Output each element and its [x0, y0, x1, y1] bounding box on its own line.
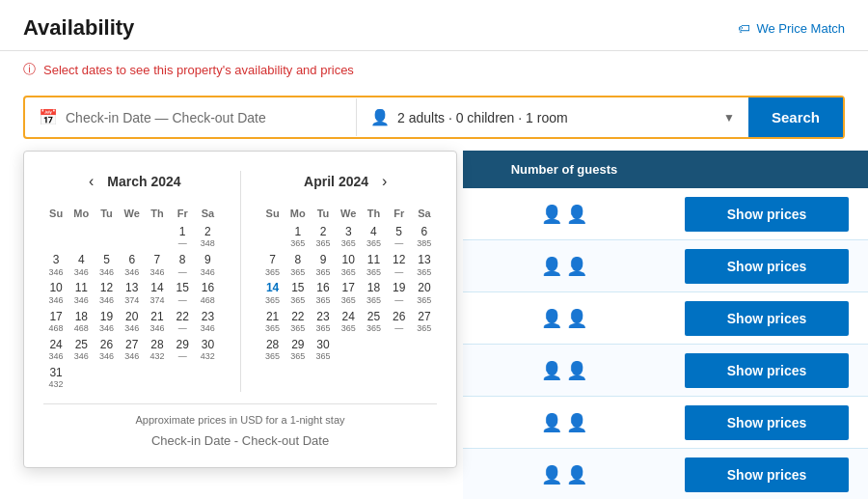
- guest-icon: 👤: [566, 204, 587, 225]
- table-row: 👤👤Show prices: [463, 240, 868, 292]
- next-month-button[interactable]: ›: [376, 171, 393, 192]
- cal-day-cell[interactable]: 23365: [311, 308, 336, 336]
- cal-day-cell[interactable]: 23346: [195, 308, 220, 336]
- cal-day-cell[interactable]: 30432: [195, 336, 220, 364]
- cal-day-cell: [68, 364, 94, 392]
- cal-day-cell[interactable]: 19—: [387, 279, 412, 307]
- cal-day-cell[interactable]: 16365: [311, 279, 336, 307]
- show-prices-button[interactable]: Show prices: [685, 197, 849, 232]
- cal-day-cell[interactable]: 12—: [387, 251, 412, 279]
- cal-day-cell[interactable]: 5346: [94, 251, 119, 279]
- day-header-sa: Sa: [195, 204, 220, 223]
- cal-day-cell[interactable]: 10365: [336, 251, 361, 279]
- guest-icon: 👤: [541, 464, 562, 485]
- search-button[interactable]: Search: [748, 97, 843, 137]
- cal-day-cell: [412, 336, 437, 364]
- cal-day-cell[interactable]: 14365: [260, 279, 285, 307]
- cal-day-cell[interactable]: 18365: [361, 279, 386, 307]
- cal-day-cell[interactable]: 25365: [361, 308, 386, 336]
- cal-day-cell[interactable]: 9346: [195, 251, 220, 279]
- cal-day-cell[interactable]: 8—: [170, 251, 195, 279]
- guest-cell: 👤👤: [463, 300, 665, 337]
- cal-day-cell[interactable]: 11365: [361, 251, 386, 279]
- cal-day-cell[interactable]: 24365: [336, 308, 361, 336]
- table-row: 👤👤Show prices: [463, 449, 868, 499]
- cal-day-cell[interactable]: 26346: [94, 336, 119, 364]
- day-header-mo: Mo: [68, 204, 94, 223]
- cal-day-cell[interactable]: 26—: [387, 308, 412, 336]
- show-prices-button[interactable]: Show prices: [685, 249, 849, 284]
- cal-day-cell[interactable]: 5—: [387, 223, 412, 251]
- cal-day-cell[interactable]: 3346: [43, 251, 68, 279]
- cal-day-cell[interactable]: 6385: [412, 223, 437, 251]
- cal-day-cell[interactable]: 2348: [195, 223, 220, 251]
- march-days-grid: 1—2348334643465346634673468—934610346113…: [43, 223, 221, 392]
- alert-icon: ⓘ: [23, 61, 36, 78]
- page-title: Availability: [23, 15, 134, 41]
- cal-day-cell[interactable]: 14374: [145, 279, 170, 307]
- price-cell: Show prices: [665, 450, 868, 500]
- cal-day-cell[interactable]: 22—: [170, 308, 195, 336]
- price-cell: Show prices: [665, 189, 868, 239]
- cal-day-cell[interactable]: 21365: [260, 308, 285, 336]
- cal-day-cell[interactable]: 15—: [170, 279, 195, 307]
- cal-day-cell[interactable]: 15365: [285, 279, 311, 307]
- cal-day-cell[interactable]: 29365: [285, 336, 311, 364]
- cal-day-cell[interactable]: 31432: [43, 364, 68, 392]
- cal-day-cell[interactable]: 6346: [120, 251, 145, 279]
- guests-input[interactable]: 👤 2 adults · 0 children · 1 room ▼: [357, 98, 748, 136]
- page: Availability 🏷 We Price Match ⓘ Select d…: [0, 0, 868, 499]
- cal-day-cell[interactable]: 17468: [43, 308, 68, 336]
- guest-cell: 👤👤: [463, 404, 665, 441]
- cal-day-cell[interactable]: 27365: [412, 308, 437, 336]
- cal-day-cell[interactable]: 28365: [260, 336, 285, 364]
- cal-day-cell[interactable]: 11346: [68, 279, 94, 307]
- cal-day-cell[interactable]: 13374: [120, 279, 145, 307]
- cal-day-cell[interactable]: 1—: [170, 223, 195, 251]
- col-header-price: [665, 151, 868, 188]
- cal-day-cell[interactable]: 30365: [311, 336, 336, 364]
- show-prices-button[interactable]: Show prices: [685, 353, 849, 388]
- show-prices-button[interactable]: Show prices: [685, 405, 849, 440]
- cal-day-cell[interactable]: 12346: [94, 279, 119, 307]
- cal-day-cell: [361, 336, 386, 364]
- cal-day-cell[interactable]: 19346: [94, 308, 119, 336]
- cal-day-cell[interactable]: 24346: [43, 336, 68, 364]
- cal-day-cell[interactable]: 22365: [285, 308, 311, 336]
- april-grid: Su Mo Tu We Th Fr Sa: [260, 204, 438, 223]
- show-prices-button[interactable]: Show prices: [685, 457, 849, 492]
- cal-day-cell[interactable]: 20346: [120, 308, 145, 336]
- price-match-link[interactable]: 🏷 We Price Match: [738, 21, 845, 36]
- cal-day-cell[interactable]: 13365: [412, 251, 437, 279]
- guest-cell: 👤👤: [463, 248, 665, 285]
- prev-month-button[interactable]: ‹: [83, 171, 99, 192]
- day-header-fr: Fr: [170, 204, 195, 223]
- guest-icon: 👤: [566, 412, 587, 433]
- cal-day-cell[interactable]: 2365: [311, 223, 336, 251]
- cal-day-cell[interactable]: 17365: [336, 279, 361, 307]
- person-icon: 👤: [370, 108, 390, 126]
- cal-day-cell[interactable]: 28432: [145, 336, 170, 364]
- cal-day-cell[interactable]: 10346: [43, 279, 68, 307]
- cal-day-cell[interactable]: 16468: [195, 279, 220, 307]
- date-input[interactable]: 📅 Check-in Date — Check-out Date: [25, 98, 357, 136]
- cal-day-cell[interactable]: 21346: [145, 308, 170, 336]
- cal-day-cell[interactable]: 29—: [170, 336, 195, 364]
- day-header-th2: Th: [361, 204, 386, 223]
- cal-day-cell[interactable]: 4346: [68, 251, 94, 279]
- cal-day-cell[interactable]: 20365: [412, 279, 437, 307]
- cal-day-cell[interactable]: 3365: [336, 223, 361, 251]
- table-rows: 👤👤Show prices👤👤Show prices👤👤Show prices👤…: [463, 188, 868, 499]
- cal-day-cell[interactable]: 1365: [285, 223, 311, 251]
- cal-day-cell[interactable]: 7346: [145, 251, 170, 279]
- cal-day-cell: [43, 223, 68, 251]
- cal-day-cell[interactable]: 7365: [260, 251, 285, 279]
- show-prices-button[interactable]: Show prices: [685, 301, 849, 336]
- cal-day-cell[interactable]: 9365: [311, 251, 336, 279]
- cal-day-cell[interactable]: 27346: [120, 336, 145, 364]
- cal-day-cell[interactable]: 8365: [285, 251, 311, 279]
- cal-day-cell: [145, 223, 170, 251]
- cal-day-cell[interactable]: 4365: [361, 223, 386, 251]
- cal-day-cell[interactable]: 18468: [68, 308, 94, 336]
- cal-day-cell[interactable]: 25346: [68, 336, 94, 364]
